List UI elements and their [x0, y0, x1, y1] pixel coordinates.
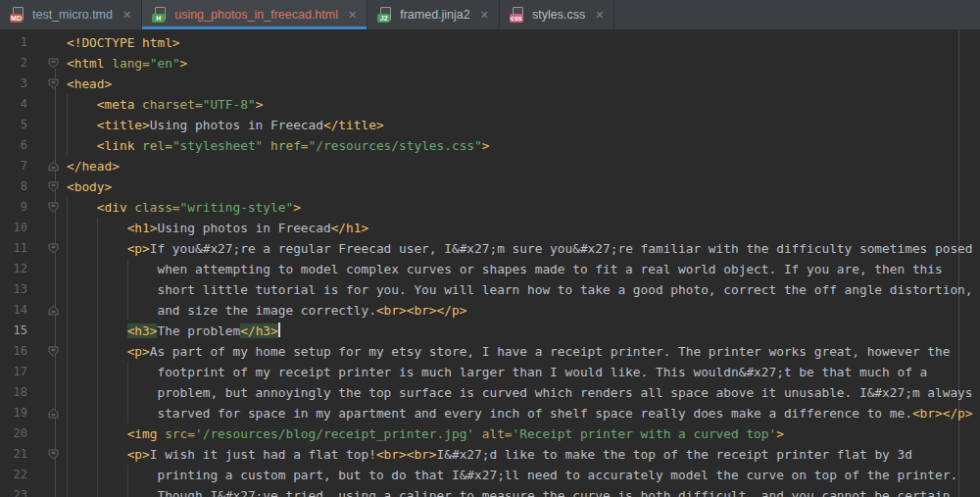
file-type-icon: css [510, 7, 525, 23]
line-number: 4 [0, 94, 45, 115]
tab-styles.css[interactable]: cssstyles.css✕ [500, 0, 614, 29]
code-area[interactable]: 1<!DOCTYPE html>2<html lang="en">3<head>… [0, 29, 980, 497]
line-number: 7 [0, 156, 45, 176]
line-number: 8 [0, 176, 45, 197]
code-line: 18 problem, but annoyingly the top surfa… [0, 382, 980, 403]
code-line: 15 <h3>The problem</h3> [0, 321, 980, 341]
fold-column [45, 94, 67, 115]
fold-column [45, 115, 67, 135]
file-type-icon: MD [10, 7, 25, 23]
tab-close-icon[interactable]: ✕ [348, 10, 357, 21]
code-text: <h3>The problem</h3> [67, 321, 280, 341]
line-number: 3 [0, 74, 45, 94]
fold-up-icon[interactable] [45, 156, 67, 176]
tab-label: framed.jinja2 [400, 8, 470, 22]
fold-down-icon[interactable] [45, 238, 67, 259]
fold-down-icon[interactable] [45, 74, 67, 94]
line-number: 9 [0, 197, 45, 218]
file-type-icon: J2 [377, 7, 393, 23]
code-line: 16 <p>As part of my home setup for my et… [0, 341, 980, 362]
fold-column [45, 259, 67, 279]
tab-close-icon[interactable]: ✕ [480, 10, 489, 21]
line-number: 22 [0, 465, 45, 485]
tab-label: test_micro.tmd [32, 8, 113, 22]
line-number: 12 [0, 259, 45, 279]
tab-label: styles.css [532, 8, 585, 22]
tab-label: using_photos_in_freecad.html [174, 8, 338, 22]
line-number: 16 [0, 341, 45, 362]
code-text: <p>If you&#x27;re a regular Freecad user… [67, 238, 973, 259]
code-line: 13 short little tutorial is for you. You… [0, 279, 980, 300]
code-text: <meta charset="UTF-8"> [67, 94, 263, 115]
fold-column [45, 423, 67, 444]
fold-down-icon[interactable] [45, 197, 67, 218]
file-type-badge: H [152, 14, 165, 23]
code-line: 6 <link rel="stylesheet" href="/resource… [0, 135, 980, 156]
code-text: <p>As part of my home setup for my etsy … [67, 341, 950, 362]
code-text: and size the image correctly.<br><br></p… [67, 300, 466, 321]
fold-column [45, 279, 67, 300]
fold-down-icon[interactable] [45, 444, 67, 465]
code-line: 11 <p>If you&#x27;re a regular Freecad u… [0, 238, 980, 259]
code-text: <title>Using photos in Freecad</title> [67, 115, 384, 135]
code-text: <p>I wish it just had a flat top!<br><br… [67, 444, 912, 465]
fold-column [45, 135, 67, 156]
line-number: 1 [0, 32, 45, 53]
fold-column [45, 218, 67, 238]
code-line: 9 <div class="writing-style"> [0, 197, 980, 218]
code-line: 8<body> [0, 176, 980, 197]
code-text: <img src='/resources/blog/receipt_printe… [67, 423, 784, 444]
tab-framed.jinja2[interactable]: J2framed.jinja2✕ [368, 0, 500, 29]
code-line: 1<!DOCTYPE html> [0, 32, 980, 53]
fold-down-icon[interactable] [45, 176, 67, 197]
code-line: 3<head> [0, 74, 980, 94]
code-line: 12 when attempting to model complex curv… [0, 259, 980, 279]
line-number: 13 [0, 279, 45, 300]
code-text: <div class="writing-style"> [67, 197, 301, 218]
line-number: 6 [0, 135, 45, 156]
file-type-badge: MD [10, 14, 23, 23]
line-number: 17 [0, 362, 45, 382]
fold-down-icon[interactable] [45, 341, 67, 362]
code-line: 2<html lang="en"> [0, 53, 980, 74]
file-type-badge: J2 [377, 14, 390, 23]
fold-column [45, 362, 67, 382]
line-number: 14 [0, 300, 45, 321]
code-line: 5 <title>Using photos in Freecad</title> [0, 115, 980, 135]
editor[interactable]: 1<!DOCTYPE html>2<html lang="en">3<head>… [0, 29, 980, 497]
code-line: 10 <h1>Using photos in Freecad</h1> [0, 218, 980, 238]
code-line: 14 and size the image correctly.<br><br>… [0, 300, 980, 321]
code-line: 20 <img src='/resources/blog/receipt_pri… [0, 423, 980, 444]
text-caret [278, 323, 280, 337]
tab-test_micro.tmd[interactable]: MDtest_micro.tmd✕ [0, 0, 142, 29]
code-text: when attempting to model complex curves … [67, 259, 943, 279]
code-line: 22 printing a custom part, but to do tha… [0, 465, 980, 485]
line-number: 21 [0, 444, 45, 465]
tab-close-icon[interactable]: ✕ [122, 10, 131, 21]
code-line: 7</head> [0, 156, 980, 176]
fold-column [45, 382, 67, 403]
line-number: 2 [0, 53, 45, 74]
tab-using_photos_in_freecad.html[interactable]: Husing_photos_in_freecad.html✕ [142, 0, 368, 29]
fold-down-icon[interactable] [45, 53, 67, 74]
line-number: 5 [0, 115, 45, 135]
line-number: 10 [0, 218, 45, 238]
active-tab-underline [142, 26, 367, 29]
line-number: 11 [0, 238, 45, 259]
code-line: 23 Though I&#x27;ve tried, using a calip… [0, 485, 980, 497]
fold-column [45, 465, 67, 485]
fold-column [45, 485, 67, 497]
code-line: 21 <p>I wish it just had a flat top!<br>… [0, 444, 980, 465]
code-text: problem, but annoyingly the top surface … [67, 382, 973, 403]
code-text: <body> [67, 176, 112, 197]
line-number: 20 [0, 423, 45, 444]
code-text: <html lang="en"> [67, 53, 187, 74]
fold-up-icon[interactable] [45, 300, 67, 321]
fold-column [45, 321, 67, 341]
tab-close-icon[interactable]: ✕ [595, 10, 604, 21]
fold-up-icon[interactable] [45, 403, 67, 423]
code-text: <!DOCTYPE html> [67, 32, 180, 53]
line-number: 15 [0, 321, 45, 341]
fold-column [45, 32, 67, 53]
code-text: starved for space in my apartment and ev… [67, 403, 973, 423]
